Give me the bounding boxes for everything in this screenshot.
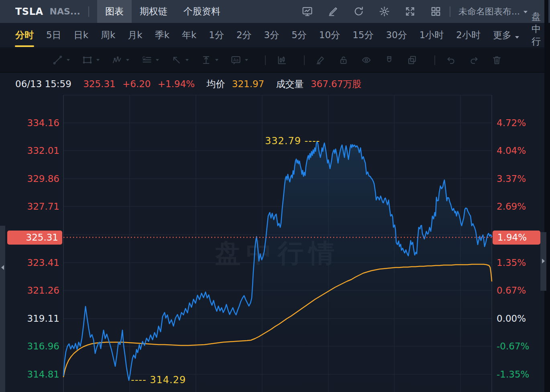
percent-axis-label: 4.72%	[497, 117, 526, 129]
tool-duplicate[interactable]	[407, 55, 418, 65]
header-right-group: 未命名图表布...	[301, 6, 550, 18]
header-icons	[301, 6, 442, 17]
undo-icon[interactable]	[446, 55, 456, 65]
timeframe-1hour[interactable]: 1小时	[420, 29, 444, 41]
header-divider-2	[450, 6, 450, 17]
collapse-right-handle[interactable]	[540, 232, 546, 291]
header-divider	[88, 6, 89, 17]
timeframe-month-k[interactable]: 月k	[128, 29, 142, 41]
grid-layout-icon[interactable]	[430, 6, 442, 17]
gann-icon[interactable]: G	[141, 55, 152, 65]
tool-rectangle[interactable]	[82, 55, 100, 65]
current-price-badge: 325.31	[7, 231, 62, 245]
price-axis-label: 319.11	[0, 312, 59, 325]
timeframe-intraday[interactable]: 分时	[15, 29, 34, 41]
header-bar: TSLA NAS... 图表期权链个股资料 未命名图表布...	[0, 0, 550, 23]
tool-wave[interactable]	[112, 55, 129, 65]
tool-brush[interactable]	[315, 55, 326, 65]
eye-icon[interactable]	[361, 55, 372, 65]
edit-pencil-icon[interactable]	[327, 6, 339, 17]
layout-selector[interactable]: 未命名图表布...	[458, 6, 528, 18]
rectangle-icon[interactable]	[82, 55, 93, 65]
tab-options-chain[interactable]: 期权链	[132, 0, 175, 23]
exchange: NAS...	[50, 6, 80, 16]
timeframe-quarter-k[interactable]: 季k	[155, 29, 169, 41]
price-axis-label: 332.01	[0, 145, 59, 157]
percent-axis-label: -0.67%	[497, 340, 529, 352]
percent-axis-label: 0.00%	[497, 312, 526, 325]
text-note-icon[interactable]: Aa	[230, 55, 241, 65]
price-chart[interactable]	[0, 74, 550, 392]
right-gutter-sliver	[548, 0, 550, 23]
candles-icon[interactable]	[276, 55, 287, 65]
timeframe-items: 分时5日日k周k月k季k年k1分2分3分5分10分15分30分1小时2小时更多	[15, 29, 532, 41]
wave-icon[interactable]	[112, 55, 122, 65]
timeframe-5min[interactable]: 5分	[291, 29, 307, 41]
screen-chart-icon[interactable]	[301, 6, 313, 17]
lock-icon[interactable]	[338, 55, 349, 65]
tool-eye[interactable]	[361, 55, 372, 65]
refresh-icon[interactable]	[353, 6, 365, 17]
chevron-down-icon	[156, 59, 159, 61]
tool-lock[interactable]	[338, 55, 349, 65]
percent-axis-label: 2.69%	[497, 200, 526, 212]
tool-gann[interactable]: G	[141, 55, 159, 65]
svg-text:Aa: Aa	[233, 58, 238, 62]
tool-redo[interactable]	[469, 55, 479, 65]
percent-axis-label: 3.37%	[497, 173, 526, 185]
tool-undo[interactable]	[446, 55, 456, 65]
timeframe-week-k[interactable]: 周k	[101, 29, 115, 41]
percent-axis-label: 0.67%	[497, 284, 526, 296]
collapse-left-handle[interactable]	[0, 226, 5, 392]
chevron-left-icon	[1, 265, 4, 270]
price-axis-label: 314.81	[0, 368, 59, 380]
brush-icon[interactable]	[315, 55, 326, 65]
chevron-down-icon	[126, 59, 129, 61]
chart-panel: 盘中行情 06/13 15:59 325.31 +6.20 +1.94% 均价 …	[0, 74, 550, 392]
timeframe-year-k[interactable]: 年k	[182, 29, 196, 41]
timeframe-5d[interactable]: 5日	[46, 29, 61, 41]
timeframe-15min[interactable]: 15分	[352, 29, 373, 41]
price-axis-label: 334.16	[0, 117, 59, 129]
layout-name: 未命名图表布...	[458, 6, 520, 18]
current-change-badge: 1.94%	[493, 231, 540, 245]
timeframe-2hour[interactable]: 2小时	[456, 29, 481, 41]
percent-axis-label: 1.35%	[497, 257, 526, 269]
price-axis-label: 327.71	[0, 200, 59, 212]
tool-text-note[interactable]: Aa	[230, 55, 248, 65]
percent-axis-label: 4.04%	[497, 145, 526, 157]
avg-price-value: 321.97	[232, 79, 264, 89]
timeframe-1min[interactable]: 1分	[209, 29, 224, 41]
fullscreen-icon[interactable]	[404, 6, 416, 17]
tool-trash[interactable]	[491, 55, 502, 65]
tool-magnet[interactable]	[384, 55, 395, 65]
magnet-icon[interactable]	[384, 55, 395, 65]
tab-chart[interactable]: 图表	[97, 0, 132, 23]
timeframe-30min[interactable]: 30分	[386, 29, 407, 41]
chevron-down-icon	[524, 11, 528, 13]
trend-line-icon[interactable]	[52, 55, 63, 65]
timeframe-day-k[interactable]: 日k	[74, 29, 88, 41]
tool-trend-line[interactable]	[52, 55, 70, 65]
measure-icon[interactable]	[201, 55, 212, 65]
timeframe-more[interactable]: 更多	[493, 29, 519, 41]
duplicate-icon[interactable]	[407, 55, 418, 65]
tool-arrow[interactable]	[171, 55, 189, 65]
timeframe-2min[interactable]: 2分	[236, 29, 252, 41]
avg-price-label: 均价	[206, 79, 225, 89]
settings-gear-icon[interactable]	[379, 6, 390, 17]
volume-label: 成交量	[276, 79, 304, 89]
toolbar-divider	[434, 55, 435, 65]
tool-measure[interactable]	[201, 55, 218, 65]
quote-info-line: 06/13 15:59 325.31 +6.20 +1.94% 均价 321.9…	[15, 78, 365, 90]
volume-value: 367.67万股	[311, 79, 361, 89]
tab-stock-info[interactable]: 个股资料	[175, 0, 228, 23]
arrow-icon[interactable]	[171, 55, 182, 65]
trash-icon[interactable]	[491, 55, 502, 65]
chevron-down-icon	[96, 59, 100, 61]
timeframe-10min[interactable]: 10分	[319, 29, 340, 41]
price-area	[63, 141, 492, 392]
redo-icon[interactable]	[469, 55, 479, 65]
tool-candles[interactable]	[276, 55, 287, 65]
timeframe-3min[interactable]: 3分	[264, 29, 279, 41]
